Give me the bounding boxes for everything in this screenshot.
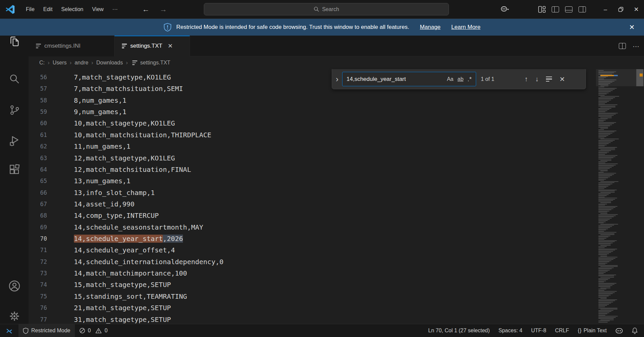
code-line-61[interactable]: 6110,match_matchsituation,THIRDPLACE: [29, 129, 596, 141]
find-input[interactable]: [342, 76, 447, 83]
code-line-77[interactable]: 7731,match_stagetype,SETUP: [29, 314, 596, 325]
code-line-66[interactable]: 6613,info_slot_champ,1: [29, 187, 596, 198]
activity-search-button[interactable]: [9, 73, 20, 85]
code-line-65[interactable]: 6513,num_games,1: [29, 175, 596, 187]
code-line-71[interactable]: 7114,schedule_year_offset,4: [29, 244, 596, 256]
window-restore-button[interactable]: [613, 0, 629, 19]
window-minimize-button[interactable]: –: [598, 0, 613, 19]
editor-content[interactable]: 567,match_stagetype,KO1LEG577,match_matc…: [29, 69, 596, 324]
nav-forward-icon[interactable]: →: [159, 5, 168, 14]
code-line-73[interactable]: 7314,match_matchimportance,100: [29, 268, 596, 279]
breadcrumb-segment[interactable]: Downloads: [96, 60, 123, 66]
code-line-70[interactable]: 7014,schedule_year_start,2026: [29, 233, 596, 244]
menu-file[interactable]: File: [21, 4, 39, 14]
restricted-mode-status-button[interactable]: Restricted Mode: [18, 324, 75, 337]
minimap-line: [598, 166, 614, 166]
breadcrumb-segment[interactable]: andre: [75, 60, 88, 66]
notifications-button[interactable]: [627, 324, 644, 337]
menu-selection[interactable]: Selection: [57, 4, 88, 14]
copilot-status-button[interactable]: [611, 324, 627, 337]
code-line-59[interactable]: 599,num_games,1: [29, 106, 596, 117]
activity-extensions-button[interactable]: [9, 164, 20, 175]
code-line-68[interactable]: 6814,comp_type,INTERCUP: [29, 210, 596, 221]
indentation-button[interactable]: Spaces: 4: [494, 324, 527, 337]
code-line-76[interactable]: 7621,match_stagetype,SETUP: [29, 302, 596, 314]
toggle-secondary-sidebar-button[interactable]: [576, 3, 589, 15]
nav-back-icon[interactable]: ←: [142, 5, 150, 14]
minimap-line: [598, 249, 617, 249]
problems-status-button[interactable]: 0 0: [75, 324, 112, 337]
minimap-line: [598, 308, 617, 308]
tab-close-icon[interactable]: ✕: [168, 42, 173, 50]
remote-indicator-button[interactable]: [0, 324, 18, 337]
menu-more[interactable]: ···: [108, 4, 122, 14]
menu-view[interactable]: View: [88, 4, 108, 14]
customize-layout-button[interactable]: [535, 3, 549, 15]
accounts-button[interactable]: [8, 280, 20, 292]
code-line-63[interactable]: 6312,match_stagetype,KO1LEG: [29, 152, 596, 164]
minimap-line: [598, 152, 609, 152]
find-previous-button[interactable]: ↑: [524, 75, 528, 83]
find-close-button[interactable]: ✕: [559, 75, 565, 83]
code-line-62[interactable]: 6211,num_games,1: [29, 141, 596, 152]
code-line-67[interactable]: 6714,asset_id,990: [29, 198, 596, 210]
minimap-line: [598, 109, 609, 110]
learn-more-link[interactable]: Learn More: [451, 24, 480, 31]
find-next-button[interactable]: ↓: [535, 75, 539, 83]
manage-link[interactable]: Manage: [420, 24, 441, 31]
code-line-58[interactable]: 588,num_games,1: [29, 95, 596, 106]
breadcrumb-segment[interactable]: Users: [53, 60, 67, 66]
split-editor-button[interactable]: [619, 43, 626, 49]
toggle-replace-button[interactable]: ›: [332, 75, 342, 84]
tab-cmsettings-ini[interactable]: cmsettings.INI: [29, 36, 114, 56]
minimap-line: [598, 89, 615, 90]
vertical-scrollbar[interactable]: [636, 69, 644, 324]
banner-text: Restricted Mode is intended for safe cod…: [176, 24, 409, 31]
activity-explorer-button[interactable]: [9, 36, 20, 47]
minimap-line: [598, 98, 613, 99]
language-mode-button[interactable]: { } Plain Text: [573, 324, 611, 337]
activity-source-control-button[interactable]: [9, 104, 20, 116]
eol-button[interactable]: CRLF: [551, 324, 573, 337]
minimap-line: [598, 123, 614, 124]
window-close-button[interactable]: ✕: [629, 0, 644, 19]
code-line-69[interactable]: 6914,schedule_seasonstartmonth,MAY: [29, 222, 596, 233]
menu-edit[interactable]: Edit: [39, 4, 57, 14]
find-in-selection-button[interactable]: [546, 77, 552, 82]
match-case-button[interactable]: Aa: [447, 76, 454, 82]
scrollbar-slider[interactable]: [636, 69, 643, 86]
encoding-button[interactable]: UTF-8: [527, 324, 551, 337]
minimap-line: [598, 275, 616, 275]
chevron-right-icon: ›: [70, 59, 72, 66]
code-line-75[interactable]: 7515,standings_sort,TEAMRATING: [29, 291, 596, 302]
whole-word-button[interactable]: ab: [458, 76, 464, 82]
minimap-line: [598, 102, 607, 103]
breadcrumb-file[interactable]: settings.TXT: [140, 60, 171, 66]
regex-button[interactable]: .*: [467, 76, 472, 83]
activity-run-debug-button[interactable]: [8, 135, 20, 147]
toggle-panel-button[interactable]: [562, 3, 576, 15]
settings-gear-button[interactable]: [8, 310, 20, 322]
cursor-position-button[interactable]: Ln 70, Col 1 (27 selected): [424, 324, 494, 337]
minimap-line: [598, 134, 610, 135]
tab-settings-txt[interactable]: settings.TXT ✕: [114, 36, 190, 56]
editor-more-actions-button[interactable]: ···: [633, 42, 639, 50]
warning-count: 0: [104, 328, 107, 334]
minimap-line: [600, 266, 618, 267]
minimap[interactable]: [596, 69, 636, 324]
minimap-line: [598, 91, 611, 92]
code-line-60[interactable]: 6010,match_stagetype,KO1LEG: [29, 117, 596, 129]
line-text: 14,asset_id,990: [74, 200, 135, 208]
code-line-74[interactable]: 7415,match_stagetype,SETUP: [29, 279, 596, 290]
minimap-line: [598, 273, 604, 274]
code-line-72[interactable]: 7214,schedule_internationaldependency,0: [29, 256, 596, 268]
command-center-search[interactable]: Search: [204, 3, 449, 15]
minimap-line: [598, 185, 610, 185]
banner-close-button[interactable]: ✕: [625, 19, 639, 36]
copilot-menu-button[interactable]: [495, 3, 514, 15]
code-line-64[interactable]: 6412,match_matchsituation,FINAL: [29, 164, 596, 175]
breadcrumb-segment[interactable]: C:: [39, 60, 45, 66]
minimap-line: [598, 233, 614, 234]
selection-highlight: ,2026: [163, 235, 183, 243]
toggle-primary-sidebar-button[interactable]: [549, 3, 562, 15]
